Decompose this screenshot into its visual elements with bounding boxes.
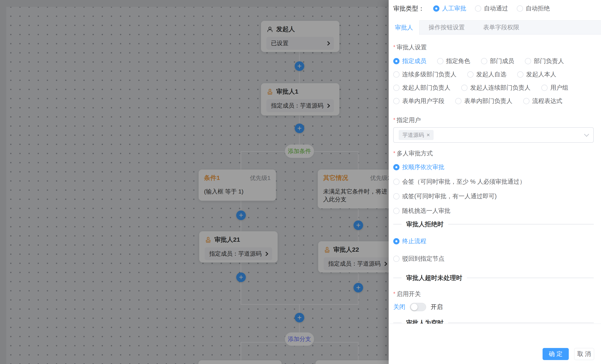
radio-icon <box>517 71 523 78</box>
required-asterisk: * <box>393 44 395 50</box>
radio-icon <box>467 71 473 78</box>
tag-close-icon[interactable]: × <box>427 132 430 138</box>
radio-icon <box>481 58 487 64</box>
confirm-button[interactable]: 确 定 <box>542 348 569 360</box>
radio-icon <box>437 58 443 64</box>
radio-initiator-multi-dept-leader[interactable]: 发起人连续部门负责人 <box>461 84 531 92</box>
reject-section-divider: 审批人拒绝时 <box>393 220 594 228</box>
radio-icon <box>393 256 400 262</box>
radio-label: 流程表达式 <box>532 97 562 105</box>
radio-label: 会签（可同时审批，至少 % 人必须审批通过） <box>402 178 526 186</box>
radio-sequential-approve[interactable]: 按顺序依次审批 <box>393 163 526 172</box>
radio-label: 连续多级部门负责人 <box>402 70 456 79</box>
radio-dept-leader[interactable]: 部门负责人 <box>525 57 564 65</box>
radio-icon <box>393 238 400 244</box>
multi-approve-mode-label: *多人审批方式 <box>393 149 433 158</box>
radio-label: 发起人连续部门负责人 <box>470 84 531 92</box>
radio-orsign[interactable]: 或签(可同时审批，有一人通过即可) <box>393 192 526 201</box>
tab-label: 操作按钮设置 <box>429 23 465 32</box>
approval-type-row: 审批类型： 人工审批 自动通过 自动拒绝 <box>393 3 597 14</box>
radio-icon <box>393 58 400 64</box>
radio-countersign[interactable]: 会签（可同时审批，至少 % 人必须审批通过） <box>393 178 526 186</box>
radio-label: 自动拒绝 <box>526 4 550 13</box>
timeout-section-title: 审批人超时未处理时 <box>406 274 462 282</box>
assign-user-select[interactable]: 芋道源码 × <box>393 127 594 143</box>
tag-label: 芋道源码 <box>402 131 424 139</box>
required-asterisk: * <box>393 117 395 123</box>
radio-icon <box>475 5 481 12</box>
radio-form-user-field[interactable]: 表单内用户字段 <box>393 97 444 105</box>
radio-icon <box>393 71 400 78</box>
radio-assigned-member[interactable]: 指定成员 <box>393 57 426 65</box>
approver-settings-panel: 审批类型： 人工审批 自动通过 自动拒绝 审批人 操作按钮设置 表单字段权限 *… <box>389 0 601 364</box>
cancel-button[interactable]: 取 消 <box>574 348 594 360</box>
radio-initiator-self[interactable]: 发起人本人 <box>517 70 556 79</box>
approver-option-row: 指定成员 指定角色 部门成员 部门负责人 <box>393 57 564 65</box>
approver-option-row: 连续多级部门负责人 发起人自选 发起人本人 <box>393 70 556 79</box>
radio-icon <box>525 58 531 64</box>
radio-label: 部门负责人 <box>534 57 564 65</box>
radio-icon <box>461 85 468 91</box>
radio-assigned-role[interactable]: 指定角色 <box>437 57 470 65</box>
switch-knob <box>411 304 418 310</box>
radio-icon <box>541 85 548 91</box>
chevron-down-icon <box>584 132 589 137</box>
radio-manual-approval[interactable]: 人工审批 <box>433 4 466 13</box>
switch-on-label: 开启 <box>431 303 443 311</box>
reject-options: 终止流程 驳回到指定节点 <box>393 237 444 263</box>
radio-random-one[interactable]: 随机挑选一人审批 <box>393 207 526 215</box>
radio-label: 人工审批 <box>442 4 466 13</box>
approver-option-row: 发起人部门负责人 发起人连续部门负责人 用户组 <box>393 84 568 92</box>
radio-label: 发起人部门负责人 <box>402 84 451 92</box>
radio-icon <box>393 164 400 170</box>
tab-label: 审批人 <box>395 23 413 32</box>
radio-label: 表单内用户字段 <box>402 97 444 105</box>
radio-label: 发起人本人 <box>526 70 556 79</box>
radio-label: 或签(可同时审批，有一人通过即可) <box>402 192 497 201</box>
radio-label: 指定角色 <box>446 57 470 65</box>
radio-form-dept-leader[interactable]: 表单内部门负责人 <box>455 97 512 105</box>
radio-label: 按顺序依次审批 <box>402 163 444 172</box>
radio-icon <box>393 193 400 200</box>
radio-icon <box>523 98 530 104</box>
radio-multi-level-dept-leader[interactable]: 连续多级部门负责人 <box>393 70 456 79</box>
empty-section-divider: 审批人为空时 <box>393 319 594 324</box>
multi-mode-options: 按顺序依次审批 会签（可同时审批，至少 % 人必须审批通过） 或签(可同时审批，… <box>393 163 526 215</box>
enable-toggle-switch[interactable] <box>410 303 426 311</box>
radio-flow-expression[interactable]: 流程表达式 <box>523 97 562 105</box>
selected-user-tag: 芋道源码 × <box>399 130 434 140</box>
radio-label: 自动通过 <box>484 4 508 13</box>
empty-section-title: 审批人为空时 <box>406 319 444 324</box>
radio-label: 表单内部门负责人 <box>464 97 512 105</box>
timeout-section-divider: 审批人超时未处理时 <box>393 274 594 282</box>
radio-icon <box>433 5 440 12</box>
radio-auto-reject[interactable]: 自动拒绝 <box>517 4 550 13</box>
assign-user-label: *指定用户 <box>393 116 421 124</box>
radio-terminate-flow[interactable]: 终止流程 <box>393 237 444 245</box>
radio-label: 发起人自选 <box>476 70 506 79</box>
radio-label: 终止流程 <box>402 237 426 245</box>
panel-tabbar: 审批人 操作按钮设置 表单字段权限 <box>389 20 601 35</box>
radio-label: 随机挑选一人审批 <box>402 207 451 215</box>
radio-label: 部门成员 <box>490 57 514 65</box>
tab-approver[interactable]: 审批人 <box>389 20 420 35</box>
radio-icon <box>393 179 400 185</box>
radio-return-to-node[interactable]: 驳回到指定节点 <box>393 255 444 263</box>
tab-label: 表单字段权限 <box>483 23 519 32</box>
radio-label: 指定成员 <box>402 57 426 65</box>
radio-icon <box>393 85 400 91</box>
radio-initiator-dept-leader[interactable]: 发起人部门负责人 <box>393 84 451 92</box>
radio-icon <box>393 208 400 214</box>
tab-form-field-permission[interactable]: 表单字段权限 <box>474 20 528 34</box>
radio-label: 用户组 <box>550 84 568 92</box>
panel-body: *审批人设置 指定成员 指定角色 部门成员 部门负责人 连续多级部门负责人 发起… <box>389 35 601 324</box>
required-asterisk: * <box>393 291 395 297</box>
enable-switch-label: *启用开关 <box>393 290 421 298</box>
reject-section-title: 审批人拒绝时 <box>406 220 444 229</box>
required-asterisk: * <box>393 150 395 156</box>
tab-action-buttons[interactable]: 操作按钮设置 <box>420 20 474 34</box>
radio-user-group[interactable]: 用户组 <box>541 84 568 92</box>
radio-auto-pass[interactable]: 自动通过 <box>475 4 508 13</box>
radio-initiator-choose[interactable]: 发起人自选 <box>467 70 506 79</box>
radio-dept-member[interactable]: 部门成员 <box>481 57 514 65</box>
